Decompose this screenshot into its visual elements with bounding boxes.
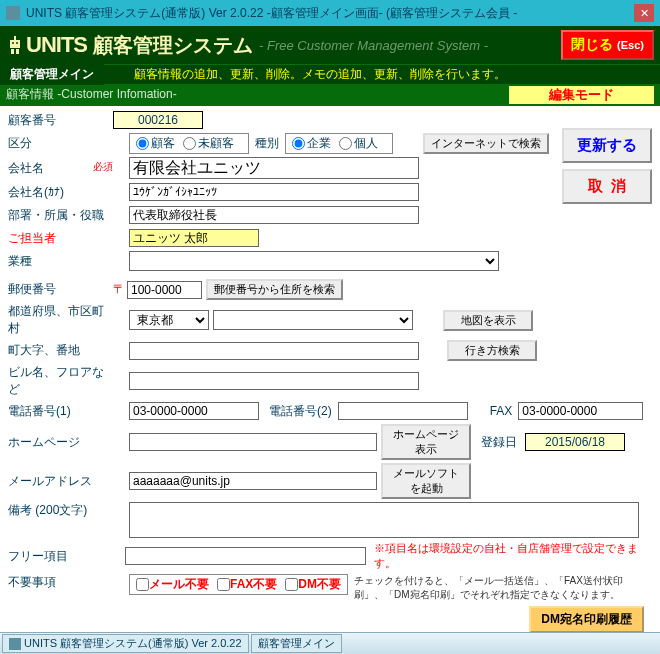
- header-title-jp: 顧客管理システム: [93, 32, 253, 59]
- postal-input[interactable]: [127, 281, 202, 299]
- app-header: UNITS 顧客管理システム - Free Customer Managemen…: [0, 26, 660, 64]
- taskbar-item-1[interactable]: UNITS 顧客管理システム(通常版) Ver 2.0.22: [2, 634, 249, 653]
- company-kana-input[interactable]: [129, 183, 419, 201]
- label-category: 区分: [8, 135, 113, 152]
- form-area: 更新する 取消 顧客番号 000216 区分 顧客 未顧客 種別 企業 個人 イ…: [0, 106, 660, 640]
- check-dm[interactable]: DM不要: [285, 576, 341, 593]
- taskbar-item-2[interactable]: 顧客管理メイン: [251, 634, 342, 653]
- units-logo: UNITS: [26, 32, 87, 58]
- label-email: メールアドレス: [8, 473, 113, 490]
- postal-mark-icon: 〒: [113, 281, 125, 298]
- homepage-input[interactable]: [129, 433, 377, 451]
- check-dm-input[interactable]: [285, 578, 298, 591]
- check-fax-input[interactable]: [217, 578, 230, 591]
- check-mail-input[interactable]: [136, 578, 149, 591]
- tel1-input[interactable]: [129, 402, 259, 420]
- prefecture-select[interactable]: 東京都: [129, 310, 209, 330]
- label-free: フリー項目: [8, 548, 110, 565]
- window-titlebar: UNITS 顧客管理システム(通常版) Ver 2.0.22 -顧客管理メイン画…: [0, 0, 660, 26]
- division-input[interactable]: [129, 206, 419, 224]
- address1-input[interactable]: [129, 342, 419, 360]
- robot-icon: [6, 34, 24, 56]
- label-memo: 備考 (200文字): [8, 502, 113, 519]
- city-select[interactable]: [213, 310, 413, 330]
- required-badge: 必須: [93, 160, 113, 174]
- svg-point-2: [16, 42, 18, 44]
- header-subtitle: - Free Customer Management System -: [259, 38, 488, 53]
- label-unwanted: 不要事項: [8, 574, 113, 591]
- subheader-description: 顧客情報の追加、更新、削除。メモの追加、更新、削除を行います。: [104, 66, 506, 83]
- radio-company[interactable]: 企業: [292, 135, 331, 152]
- window-title: UNITS 顧客管理システム(通常版) Ver 2.0.22 -顧客管理メイン画…: [26, 5, 517, 22]
- check-mail[interactable]: メール不要: [136, 576, 209, 593]
- subheader: 顧客管理メイン 顧客情報の追加、更新、削除。メモの追加、更新、削除を行います。: [0, 64, 660, 84]
- label-tel2: 電話番号(2): [269, 403, 332, 420]
- tel2-input[interactable]: [338, 402, 468, 420]
- app-icon: [6, 6, 20, 20]
- label-fax: FAX: [490, 404, 513, 418]
- section-title: 顧客情報 -Customer Infomation-: [6, 86, 177, 104]
- task-icon: [9, 638, 21, 650]
- dm-history-button[interactable]: DM宛名印刷履歴: [529, 606, 644, 633]
- label-postal: 郵便番号: [8, 281, 113, 298]
- email-input[interactable]: [129, 472, 377, 490]
- label-contact: ご担当者: [8, 230, 113, 247]
- memo-input[interactable]: [129, 502, 639, 538]
- taskbar: UNITS 顧客管理システム(通常版) Ver 2.0.22 顧客管理メイン: [0, 632, 660, 654]
- route-button[interactable]: 行き方検索: [447, 340, 537, 361]
- customer-no-value: 000216: [113, 111, 203, 129]
- label-company: 会社名必須: [8, 160, 113, 177]
- update-button[interactable]: 更新する: [562, 128, 652, 163]
- free-input[interactable]: [125, 547, 366, 565]
- mail-launch-button[interactable]: メールソフトを起動: [381, 463, 471, 499]
- label-tel1: 電話番号(1): [8, 403, 113, 420]
- label-division: 部署・所属・役職: [8, 207, 113, 224]
- label-regdate: 登録日: [481, 434, 517, 451]
- svg-rect-3: [14, 36, 16, 40]
- company-input[interactable]: [129, 157, 419, 179]
- close-button[interactable]: 閉じる (Esc): [561, 30, 654, 60]
- radio-company-input[interactable]: [292, 137, 305, 150]
- radio-noncustomer-input[interactable]: [183, 137, 196, 150]
- svg-rect-5: [16, 49, 19, 54]
- fax-input[interactable]: [518, 402, 643, 420]
- label-homepage: ホームページ: [8, 434, 113, 451]
- cancel-button[interactable]: 取消: [562, 169, 652, 204]
- radio-person[interactable]: 個人: [339, 135, 378, 152]
- check-note: チェックを付けると、「メール一括送信」、「FAX送付状印刷」、「DM宛名印刷」で…: [354, 574, 624, 602]
- svg-point-1: [12, 42, 14, 44]
- edit-mode-badge: 編集モード: [549, 87, 614, 102]
- map-button[interactable]: 地図を表示: [443, 310, 533, 331]
- close-label: 閉じる: [571, 36, 613, 52]
- radio-noncustomer[interactable]: 未顧客: [183, 135, 234, 152]
- breadcrumb: 顧客管理メイン: [0, 64, 104, 85]
- label-industry: 業種: [8, 253, 113, 270]
- unwanted-checkbox-group: メール不要 FAX不要 DM不要: [129, 574, 348, 595]
- label-type: 種別: [255, 135, 279, 152]
- internet-search-button[interactable]: インターネットで検索: [423, 133, 549, 154]
- postal-search-button[interactable]: 郵便番号から住所を検索: [206, 279, 343, 300]
- svg-rect-4: [11, 49, 14, 54]
- check-fax[interactable]: FAX不要: [217, 576, 277, 593]
- type-radio-group: 企業 個人: [285, 133, 393, 154]
- svg-rect-0: [10, 40, 20, 48]
- close-esc-label: (Esc): [617, 39, 644, 51]
- radio-customer-input[interactable]: [136, 137, 149, 150]
- label-customer-no: 顧客番号: [8, 112, 113, 129]
- industry-select[interactable]: [129, 251, 499, 271]
- radio-customer[interactable]: 顧客: [136, 135, 175, 152]
- regdate-value: 2015/06/18: [525, 433, 625, 451]
- label-company-kana: 会社名(ｶﾅ): [8, 184, 113, 201]
- address2-input[interactable]: [129, 372, 419, 390]
- label-prefecture: 都道府県、市区町村: [8, 303, 113, 337]
- window-close-button[interactable]: ✕: [634, 4, 654, 22]
- homepage-button[interactable]: ホームページ表示: [381, 424, 471, 460]
- category-radio-group: 顧客 未顧客: [129, 133, 249, 154]
- contact-input[interactable]: [129, 229, 259, 247]
- radio-person-input[interactable]: [339, 137, 352, 150]
- free-footnote: ※項目名は環境設定の自社・自店舗管理で設定できます。: [374, 541, 652, 571]
- section-header: 顧客情報 -Customer Infomation- 編集モード: [0, 84, 660, 106]
- label-address1: 町大字、番地: [8, 342, 113, 359]
- label-address2: ビル名、フロアなど: [8, 364, 113, 398]
